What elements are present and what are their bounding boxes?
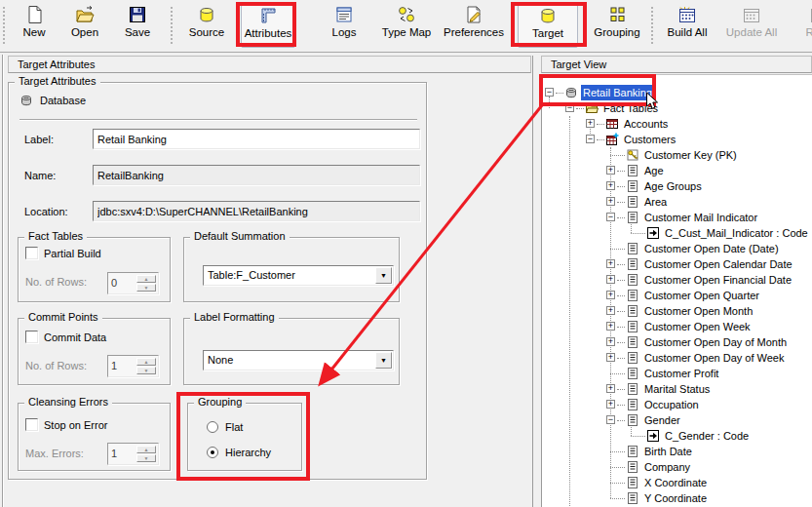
tree-item[interactable]: Y Coordinate <box>542 490 812 506</box>
tree-item[interactable]: +Customer Open Calendar Date <box>542 256 812 272</box>
tree-item[interactable]: +Customer Open Month <box>542 303 812 319</box>
tree-item[interactable]: +Customer Open Week <box>542 319 812 334</box>
tree-item-label[interactable]: Customer Open Day of Week <box>642 350 786 366</box>
tree-item[interactable]: X Coordinate <box>542 475 812 490</box>
fact-rows-spinner[interactable]: 0 ▲▼ <box>107 272 159 294</box>
spin-up-button[interactable]: ▲ <box>136 446 156 453</box>
tree-item-label[interactable]: Customer Open Quarter <box>642 288 761 303</box>
tree-item-label[interactable]: Occupation <box>642 397 701 412</box>
tree-item-label[interactable]: Area <box>642 194 669 210</box>
commit-rows-spinner[interactable]: 1 ▲▼ <box>107 355 159 377</box>
spin-down-button[interactable]: ▼ <box>136 454 156 462</box>
spin-down-button[interactable]: ▼ <box>136 284 156 292</box>
tree-item-label[interactable]: Customer Open Week <box>642 319 753 334</box>
chevron-down-icon[interactable]: ▼ <box>375 267 392 284</box>
name-input[interactable] <box>93 165 420 185</box>
stop-on-error-checkbox[interactable] <box>25 418 38 431</box>
toolbar-button-source[interactable]: Source <box>178 3 235 48</box>
tree-expander[interactable]: + <box>606 166 615 175</box>
tree-item-label[interactable]: Birth Date <box>642 444 694 459</box>
tree-item[interactable]: Customer Profit <box>542 366 812 381</box>
spin-down-button[interactable]: ▼ <box>136 367 156 374</box>
tree-item-label[interactable]: Customer Open Financial Date <box>642 272 793 288</box>
tree-item[interactable]: +Occupation <box>542 397 812 412</box>
tree-expander[interactable]: + <box>606 197 615 206</box>
tree-item-label[interactable]: Company <box>642 459 692 475</box>
tree-item-label[interactable]: C_Cust_Mail_Indicator : Code <box>663 225 810 241</box>
tree-item-label[interactable]: Customer Profit <box>642 366 720 381</box>
label-formatting-combobox[interactable]: None ▼ <box>203 350 394 370</box>
tree-item-label[interactable]: Y Coordinate <box>642 490 709 506</box>
tree-item-label[interactable]: Age Groups <box>642 178 704 194</box>
tree-item-label[interactable]: C_Gender : Code <box>663 428 751 444</box>
partial-build-checkbox[interactable] <box>25 247 38 259</box>
tree-item[interactable]: +Customer Open Day of Month <box>542 334 812 350</box>
tree-item[interactable]: −Customer Mail Indicator <box>542 210 812 225</box>
tree-item[interactable]: +Customer Open Quarter <box>542 288 812 303</box>
toolbar-button-open[interactable]: Open <box>60 3 109 48</box>
tree-item-label[interactable]: Customers <box>622 132 677 147</box>
toolbar-button-truncated[interactable]: Resu <box>792 3 812 48</box>
toolbar-button-type-map[interactable]: Type Map <box>376 3 437 48</box>
tree-item-label[interactable]: Customer Open Calendar Date <box>642 256 794 272</box>
tree-item-label[interactable]: X Coordinate <box>642 475 709 490</box>
tree-item[interactable]: +Accounts <box>542 116 812 132</box>
tree-expander[interactable]: + <box>606 322 615 331</box>
tree-item-label[interactable]: Customer Open Day of Month <box>642 334 789 350</box>
tree-item-label[interactable]: Gender <box>642 412 682 428</box>
toolbar-button-new[interactable]: New <box>12 3 57 48</box>
tree-item[interactable]: +Customer Open Day of Week <box>542 350 812 366</box>
tree-expander[interactable]: + <box>606 337 615 346</box>
build-calendar-icon <box>677 5 697 24</box>
default-summation-combobox[interactable]: Table:F_Customer ▼ <box>203 265 394 286</box>
tree-item-label[interactable]: Customer Open Date (Date) <box>642 241 781 256</box>
toolbar-button-update-all[interactable]: Update All <box>720 3 783 48</box>
label-input[interactable] <box>93 129 420 149</box>
tree-item[interactable]: −Gender <box>542 412 812 428</box>
tree-item[interactable]: +Area <box>542 194 812 210</box>
tree-item-label[interactable]: Marital Status <box>642 381 712 397</box>
tree-expander[interactable]: + <box>606 291 615 299</box>
tree-expander[interactable]: − <box>606 213 615 221</box>
tree-item[interactable]: Customer Open Date (Date) <box>542 241 812 256</box>
spin-up-button[interactable]: ▲ <box>136 275 156 283</box>
chevron-down-icon[interactable]: ▼ <box>375 352 392 369</box>
tree-expander[interactable]: + <box>606 384 615 393</box>
tree-item[interactable]: −Customers <box>542 132 812 147</box>
spin-up-button[interactable]: ▲ <box>136 358 156 366</box>
tree-expander[interactable]: + <box>606 353 615 362</box>
toolbar-button-logs[interactable]: Logs <box>322 3 367 48</box>
tree-item[interactable]: C_Cust_Mail_Indicator : Code <box>542 225 812 241</box>
tree-expander[interactable]: + <box>606 400 615 409</box>
toolbar-button-preferences[interactable]: Preferences <box>441 3 507 48</box>
tree-item-label[interactable]: Customer Mail Indicator <box>642 210 759 225</box>
tree-item-label[interactable]: Age <box>642 163 666 178</box>
max-errors-spinner[interactable]: 1 ▲▼ <box>107 443 159 465</box>
tree-expander[interactable]: + <box>606 306 615 315</box>
toolbar-button-grouping[interactable]: Grouping <box>589 3 645 48</box>
tree-item[interactable]: +Age Groups <box>542 178 812 194</box>
commit-data-checkbox[interactable] <box>25 331 38 343</box>
tree-item[interactable]: Company <box>542 459 812 475</box>
tree-item-label[interactable]: Customer Open Month <box>642 303 754 319</box>
tree-item[interactable]: Birth Date <box>542 444 812 459</box>
tree-expander[interactable]: + <box>606 275 615 284</box>
toolbar-button-save[interactable]: Save <box>113 3 162 48</box>
tree-item-label[interactable]: Accounts <box>622 116 670 132</box>
tree-item[interactable]: C_Gender : Code <box>542 428 812 444</box>
tree-expander[interactable]: + <box>586 119 595 128</box>
location-input[interactable] <box>93 201 420 221</box>
tree-item[interactable]: +Customer Open Financial Date <box>542 272 812 288</box>
toolbar-button-build-all[interactable]: Build All <box>660 3 715 48</box>
tree-item[interactable]: +Marital Status <box>542 381 812 397</box>
tree-expander[interactable]: + <box>606 181 615 190</box>
tree-expander[interactable]: − <box>606 415 615 424</box>
tree-expander[interactable]: + <box>606 259 615 268</box>
partial-build-label: Partial Build <box>44 248 101 259</box>
tree-expander[interactable]: − <box>586 135 595 143</box>
annotation-box-grouping <box>176 392 310 481</box>
tree-item[interactable]: +Age <box>542 163 812 178</box>
tree-item-label[interactable]: Customer Key (PK) <box>642 147 739 163</box>
tree-item[interactable]: Customer Key (PK) <box>542 147 812 163</box>
attribute-icon <box>626 398 639 411</box>
